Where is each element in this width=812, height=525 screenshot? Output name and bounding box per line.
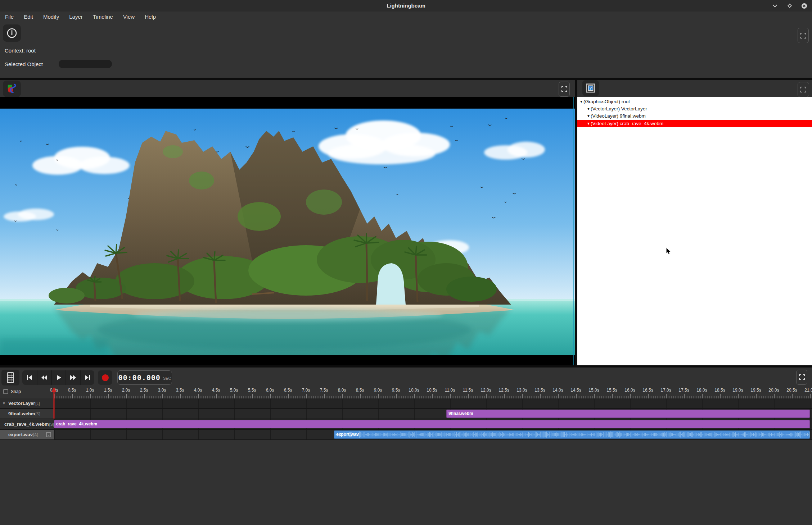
track-type-badge: [S]	[49, 422, 54, 426]
track-lane-vectorlayer[interactable]	[54, 398, 812, 408]
ruler-tick-label: 7.5s	[320, 388, 328, 393]
ruler-tick-label: 19.5s	[750, 388, 761, 393]
tree-panel-tab[interactable]: ?	[582, 80, 599, 96]
timeline-panel: 00:00.000 SEC Snap 0.0s0.5s1.0s1.5s2.0s2…	[0, 368, 812, 525]
ruler-tick-label: 0.5s	[68, 388, 76, 393]
ruler-tick-label: 14.5s	[570, 388, 581, 393]
ruler-tick-label: 7.0s	[302, 388, 310, 393]
clip-export-wav[interactable]: export.wav	[334, 430, 810, 439]
play-button[interactable]	[51, 370, 66, 385]
object-tree-panel: ? ▼ (GraphicsObject) root ▼ (VectorLayer…	[577, 80, 812, 365]
diamond-icon	[787, 3, 793, 9]
chevron-down-icon	[772, 3, 778, 9]
menu-help[interactable]: Help	[140, 12, 161, 22]
missing-image-icon: ?	[586, 83, 596, 93]
track-label-crab-rave[interactable]: crab_rave_4k.webm[S]	[0, 419, 54, 429]
track-lane-export-wav[interactable]: export.wav	[54, 430, 812, 439]
timeline-tracks: ▼VectorLayer[L] 9final.webm[S] 9final.we…	[0, 398, 812, 440]
ruler-tick-label: 20.5s	[786, 388, 797, 393]
track-row-vectorlayer: ▼VectorLayer[L]	[0, 398, 812, 409]
track-row-9final: 9final.webm[S] 9final.webm	[0, 409, 812, 419]
info-icon	[6, 28, 17, 38]
track-type-badge: [S]	[35, 412, 40, 416]
track-lane-crab-rave[interactable]: crab_rave_4k.webm	[54, 419, 812, 429]
skip-to-start-button[interactable]	[22, 370, 37, 385]
rewind-button[interactable]	[37, 370, 51, 385]
menu-timeline[interactable]: Timeline	[88, 12, 118, 22]
track-label-9final[interactable]: 9final.webm[S]	[0, 409, 54, 419]
maximize-button[interactable]	[785, 2, 794, 10]
expander-icon[interactable]: ▼	[579, 100, 583, 104]
fast-forward-icon	[70, 374, 76, 381]
timeline-panel-fullscreen-button[interactable]	[796, 370, 807, 385]
track-lane-9final[interactable]: 9final.webm	[54, 409, 812, 419]
skip-to-end-icon	[84, 374, 91, 381]
ruler-tick-label: 4.0s	[194, 388, 202, 393]
selected-object-field[interactable]	[59, 60, 112, 68]
clip-crab-rave-4k-webm[interactable]: crab_rave_4k.webm	[54, 420, 810, 428]
expander-icon[interactable]: ▼	[587, 114, 590, 118]
ruler-tick-label: 3.0s	[158, 388, 166, 393]
track-minus-button[interactable]: -	[46, 432, 51, 437]
menu-layer[interactable]: Layer	[64, 12, 88, 22]
ruler-tick-label: 11.0s	[445, 388, 455, 393]
selected-object-label: Selected Object	[5, 61, 43, 67]
ruler-tick-label: 8.0s	[338, 388, 346, 393]
record-button[interactable]	[98, 370, 112, 385]
playhead[interactable]	[51, 387, 57, 419]
menu-view[interactable]: View	[118, 12, 140, 22]
track-label-export-wav[interactable]: export.wav[A] -	[0, 430, 54, 439]
tree-item-9final[interactable]: ▼ (VideoLayer) 9final.webm	[577, 112, 812, 120]
ruler-tick-label: 11.5s	[463, 388, 473, 393]
record-icon	[102, 374, 109, 381]
tree-item-label: (VideoLayer) 9final.webm	[591, 113, 646, 119]
tree-item-root[interactable]: ▼ (GraphicsObject) root	[577, 98, 812, 105]
stage-panel-tab[interactable]	[3, 81, 21, 97]
context-label: Context: root	[5, 47, 36, 54]
transport-controls	[22, 370, 94, 385]
ruler-tick-label: 9.0s	[374, 388, 382, 393]
menu-edit[interactable]: Edit	[19, 12, 38, 22]
track-name: VectorLayer	[8, 401, 35, 406]
menu-modify[interactable]: Modify	[38, 12, 64, 22]
stage-panel-fullscreen-button[interactable]	[559, 82, 570, 97]
tree-item-crab-rave-selected[interactable]: ▼ (VideoLayer) crab_rave_4k.webm	[577, 120, 812, 127]
skip-to-end-button[interactable]	[80, 370, 94, 385]
snap-checkbox[interactable]	[3, 389, 8, 394]
clip-label: export.wav	[336, 431, 359, 438]
tree-item-label: (VectorLayer) VectorLayer	[591, 106, 647, 111]
ruler-tick-label: 12.0s	[481, 388, 491, 393]
ruler-tick-label: 16.0s	[624, 388, 635, 393]
stage-viewport[interactable]	[0, 97, 575, 365]
stage-panel	[0, 80, 575, 365]
expander-icon[interactable]: ▼	[587, 122, 590, 125]
ruler-tick-label: 14.0s	[552, 388, 563, 393]
timecode-display[interactable]: 00:00.000 SEC	[117, 370, 172, 385]
ruler-tick-label: 9.5s	[392, 388, 400, 393]
info-panel-tab[interactable]	[3, 24, 21, 42]
minimize-button[interactable]	[771, 2, 779, 10]
tree-item-label: (VideoLayer) crab_rave_4k.webm	[591, 121, 663, 126]
info-panel-fullscreen-button[interactable]	[798, 28, 809, 43]
ruler-tick-label: 18.5s	[714, 388, 725, 393]
track-label-vectorlayer[interactable]: ▼VectorLayer[L]	[0, 398, 54, 408]
timeline-panel-tab[interactable]	[1, 370, 19, 385]
tree-item-vectorlayer[interactable]: ▼ (VectorLayer) VectorLayer	[577, 105, 812, 113]
tree-panel-fullscreen-button[interactable]	[798, 82, 809, 97]
timeline-ruler[interactable]: Snap 0.0s0.5s1.0s1.5s2.0s2.5s3.0s3.5s4.0…	[0, 387, 812, 398]
expander-icon[interactable]: ▼	[587, 107, 590, 111]
menu-file[interactable]: File	[0, 12, 19, 22]
expander-icon[interactable]: ▼	[2, 401, 6, 405]
clip-label: crab_rave_4k.webm	[56, 420, 97, 428]
fast-forward-button[interactable]	[66, 370, 80, 385]
close-button[interactable]	[800, 2, 808, 10]
svg-text:?: ?	[590, 86, 592, 90]
ruler-tick-label: 20.0s	[768, 388, 779, 393]
ruler-tick-label: 21.0s	[804, 388, 812, 393]
ruler-tick-label: 2.5s	[140, 388, 148, 393]
ruler-ticks	[54, 394, 812, 398]
ruler-tick-label: 13.0s	[516, 388, 527, 393]
fullscreen-icon	[561, 86, 567, 92]
clip-9final-webm[interactable]: 9final.webm	[446, 410, 810, 418]
ruler-tick-label: 16.5s	[642, 388, 653, 393]
